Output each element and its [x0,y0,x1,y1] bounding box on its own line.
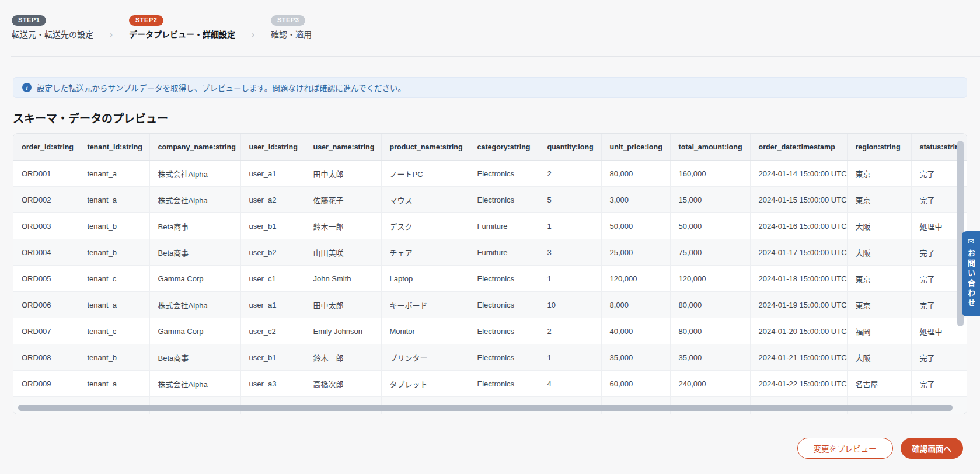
step-2: STEP2 データプレビュー・詳細設定 [129,15,235,40]
table-cell: 10 [539,292,601,318]
table-cell: 株式会社Alpha [149,161,240,187]
table-cell: Monitor [381,318,469,344]
table-cell: 15,000 [670,187,750,213]
table-cell: 東京 [847,161,911,187]
table-cell: Beta商事 [149,213,240,239]
table-cell: タブレット [381,371,469,397]
table-cell: 東京 [847,266,911,292]
table-cell: user_b1 [240,344,305,371]
table-cell: デスク [381,213,469,239]
table-cell: 80,000 [601,161,670,187]
table-cell: 株式会社Alpha [149,292,240,318]
header-divider [11,56,980,57]
contact-tab-label: お問い合わせ [967,249,975,309]
table-cell: 田中太郎 [305,292,381,318]
table-row: ORD009tenant_a株式会社Alphauser_a3高橋次郎タブレットE… [13,371,967,397]
table-cell: tenant_b [79,344,149,371]
contact-tab[interactable]: ✉ お問い合わせ [962,231,980,316]
table-cell: user_a1 [240,161,305,187]
confirm-screen-button[interactable]: 確認画面へ [901,438,964,459]
table-cell: 160,000 [670,161,750,187]
footer-actions: 変更をプレビュー 確認画面へ [13,438,967,459]
table-cell: ORD003 [13,213,79,239]
table-cell: 株式会社Alpha [149,187,240,213]
table-cell: プリンター [381,344,469,371]
table-cell: Beta商事 [149,239,240,266]
column-header-company_name: company_name:string [149,134,240,161]
table-cell: 3 [539,239,601,266]
table-cell: 田中太郎 [305,161,381,187]
table-cell: 2024-01-15 15:00:00 UTC [750,187,847,213]
table-cell: 80,000 [670,292,750,318]
column-header-category: category:string [469,134,539,161]
table-cell: マウス [381,187,469,213]
horizontal-scrollbar[interactable] [18,405,953,411]
table-cell: 完了 [911,344,967,371]
column-header-user_id: user_id:string [240,134,305,161]
step-1: STEP1 転送元・転送先の設定 [12,15,93,40]
table-header-row: order_id:stringtenant_id:stringcompany_n… [13,134,967,161]
table-cell: チェア [381,239,469,266]
table-cell: 大阪 [847,239,911,266]
table-cell: user_b2 [240,239,305,266]
table-cell: ORD008 [13,344,79,371]
table-cell: 50,000 [601,213,670,239]
table-row: ORD005tenant_cGamma Corpuser_c1John Smit… [13,266,967,292]
table-cell: 2024-01-17 15:00:00 UTC [750,239,847,266]
table-cell: 25,000 [601,239,670,266]
table-row: ORD002tenant_a株式会社Alphauser_a2佐藤花子マウスEle… [13,187,967,213]
table-cell: Emily Johnson [305,318,381,344]
table-cell: 東京 [847,292,911,318]
table-cell: user_c2 [240,318,305,344]
data-preview-table: order_id:stringtenant_id:stringcompany_n… [13,134,967,414]
table-row: ORD008tenant_bBeta商事user_b1鈴木一郎プリンターElec… [13,344,967,371]
step-2-badge: STEP2 [129,15,163,26]
table-cell: tenant_c [79,318,149,344]
table-cell: 35,000 [601,344,670,371]
table-cell: 高橋次郎 [305,371,381,397]
table-cell: Beta商事 [149,344,240,371]
table-cell: Furniture [469,239,539,266]
column-header-tenant_id: tenant_id:string [79,134,149,161]
table-cell: user_a1 [240,292,305,318]
table-cell: John Smith [305,266,381,292]
table-cell: tenant_b [79,239,149,266]
table-cell: tenant_a [79,371,149,397]
column-header-user_name: user_name:string [305,134,381,161]
table-cell: 35,000 [670,344,750,371]
table-cell: 鈴木一郎 [305,344,381,371]
table-row: ORD007tenant_cGamma Corpuser_c2Emily Joh… [13,318,967,344]
table-cell: Gamma Corp [149,318,240,344]
table-cell: 完了 [911,371,967,397]
table-cell: 2024-01-18 15:00:00 UTC [750,266,847,292]
table-cell: 8,000 [601,292,670,318]
table-cell: 山田美咲 [305,239,381,266]
table-cell: ノートPC [381,161,469,187]
table-cell: ORD006 [13,292,79,318]
table-cell: user_a2 [240,187,305,213]
table-cell: 2024-01-16 15:00:00 UTC [750,213,847,239]
table-cell: Electronics [469,161,539,187]
table-cell: 2024-01-14 15:00:00 UTC [750,161,847,187]
column-header-order_date: order_date:timestamp [750,134,847,161]
table-cell: 佐藤花子 [305,187,381,213]
table-cell: 2024-01-22 15:00:00 UTC [750,371,847,397]
column-header-quantity: quantity:long [539,134,601,161]
table-cell: ORD005 [13,266,79,292]
table-row: ORD003tenant_bBeta商事user_b1鈴木一郎デスクFurnit… [13,213,967,239]
page-title: スキーマ・データのプレビュー [13,110,967,126]
chevron-right-icon: › [110,29,113,39]
chevron-right-icon: › [252,29,254,39]
table-cell: tenant_a [79,187,149,213]
step-3-label: 確認・適用 [271,30,312,40]
preview-changes-button[interactable]: 変更をプレビュー [797,438,893,459]
table-cell: Laptop [381,266,469,292]
step-wizard: STEP1 転送元・転送先の設定 › STEP2 データプレビュー・詳細設定 ›… [0,0,980,40]
table-cell: キーボード [381,292,469,318]
step-1-badge: STEP1 [12,15,46,26]
table-cell: 3,000 [601,187,670,213]
table-cell: 1 [539,213,601,239]
table-cell: 2 [539,318,601,344]
step-2-label: データプレビュー・詳細設定 [129,30,235,40]
table-cell: 東京 [847,187,911,213]
